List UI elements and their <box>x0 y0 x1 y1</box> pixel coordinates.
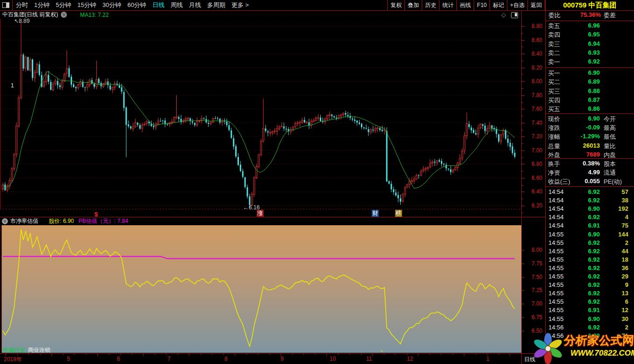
y-axis-label: 8.40 <box>524 50 542 57</box>
divider <box>12 0 13 10</box>
subchart-title: 市净率估值 <box>10 217 38 225</box>
watermark: 分析家公式网 WWW.70822.COM <box>527 330 634 364</box>
top-menu-bar: 分时1分钟5分钟15分钟30分钟60分钟日线周线月线多周期更多 > 复权叠加历史… <box>0 0 545 11</box>
collapse-icon[interactable]: ∨ <box>2 218 8 224</box>
menu-item-60分钟[interactable]: 60分钟 <box>127 1 146 9</box>
sub-y-axis-label: 7.75 <box>524 260 542 267</box>
bid-row: 买二6.89 <box>546 78 634 87</box>
toolbar-button-历史[interactable]: 历史 <box>422 0 439 10</box>
menu-item-日线[interactable]: 日线 <box>152 1 165 9</box>
watermark-url: WWW.70822.COM <box>570 349 634 358</box>
toolbar-button-F10[interactable]: F10 <box>474 0 490 10</box>
subchart-header: ∨ 市净率估值 股价: 6.90 PB估值（元）: 7.84 <box>0 218 521 225</box>
menu-item-月线[interactable]: 月线 <box>189 1 201 9</box>
weibi-value: 75.36% <box>546 11 601 18</box>
y-axis-label: 8.00 <box>524 78 542 85</box>
trade-row: 14:546.90192 <box>546 205 634 214</box>
date-label: 2019年 <box>4 356 22 364</box>
chart-title-row: 中百集团(日线 前复权) ∨ MA13: 7.22 <box>0 11 521 19</box>
weicha-label: 委差 <box>604 11 616 20</box>
industry-key: 所属行业: <box>2 347 26 353</box>
pb-valuation-chart[interactable] <box>2 225 521 353</box>
trade-row: 14:556.9244 <box>546 248 634 256</box>
toolbar-button-复权[interactable]: 复权 <box>387 0 404 10</box>
toolbar-button-叠加[interactable]: 叠加 <box>404 0 422 10</box>
high-price-marker: ↖8.89 <box>14 18 29 24</box>
industry-value: 商业连锁 <box>28 347 50 353</box>
trade-row: 14:556.90144 <box>546 231 634 239</box>
date-label: 5 <box>67 356 70 362</box>
y-axis-label: 6.60 <box>524 175 542 181</box>
date-label: 9 <box>281 356 284 362</box>
y-axis-label: 7.20 <box>524 133 542 140</box>
trade-row: 14:546.9175 <box>546 222 634 230</box>
sub-y-axis-label: 7.00 <box>524 300 542 307</box>
bid-row: 买五6.86 <box>546 105 634 114</box>
info-row: 涨幅-1.29%最低 <box>546 133 634 142</box>
date-label: 11 <box>366 356 372 362</box>
y-axis-label: 6.40 <box>524 188 542 195</box>
menu-item-更多 >[interactable]: 更多 > <box>231 1 249 9</box>
menu-item-30分钟[interactable]: 30分钟 <box>102 1 121 9</box>
stock-header[interactable]: 000759 中百集团 <box>546 0 634 11</box>
marker-badge-涨[interactable]: 涨 <box>257 210 264 217</box>
menu-item-1分钟[interactable]: 1分钟 <box>34 1 50 9</box>
watermark-site-name: 分析家公式网 <box>563 333 634 348</box>
sub-y-axis-label: 7.50 <box>524 274 542 280</box>
date-label: 7 <box>167 356 171 362</box>
axis-border <box>521 10 522 364</box>
y-axis-label: 8.60 <box>524 37 542 43</box>
period-menu: 分时1分钟5分钟15分钟30分钟60分钟日线周线月线多周期更多 > <box>16 1 255 9</box>
toolbar-button-画线[interactable]: 画线 <box>456 0 474 10</box>
ask-row: 卖二6.93 <box>546 49 634 58</box>
toolbar-button-返回[interactable]: 返回 <box>527 0 545 10</box>
y-axis-label: 6.80 <box>524 161 542 167</box>
info-row: 总量26013量比 <box>546 142 634 151</box>
ask-row: 卖五6.96 <box>546 22 634 31</box>
sub-y-axis-label: 7.25 <box>524 287 542 293</box>
menu-item-周线[interactable]: 周线 <box>171 1 183 9</box>
bid-row: 买四6.87 <box>546 96 634 105</box>
toolbar-button-统计[interactable]: 统计 <box>439 0 456 10</box>
weibi-row: 委比 75.36% 委差 <box>546 11 634 21</box>
y-axis-label: 7.80 <box>524 92 542 99</box>
toolbar-buttons: 复权叠加历史统计画线F10标记+自选返回 <box>387 0 545 10</box>
trade-row: 14:556.9213 <box>546 290 634 298</box>
bid-row: 买三6.88 <box>546 87 634 96</box>
candlestick-chart[interactable] <box>0 19 521 209</box>
date-label: 1 <box>486 356 490 362</box>
diamond-icon[interactable]: ◇ <box>501 11 506 18</box>
ask-row: 卖四6.95 <box>546 31 634 40</box>
ask-row: 卖三6.94 <box>546 40 634 49</box>
panel-toggle-icon[interactable] <box>511 12 518 18</box>
trade-row: 14:556.922 <box>546 239 634 248</box>
info-row: 现价6.90今开 <box>546 115 634 124</box>
menu-item-5分钟[interactable]: 5分钟 <box>56 1 71 9</box>
marker-badge-榜[interactable]: 榜 <box>395 210 402 217</box>
info-row: 收益(三)0.055PE(动) <box>546 178 634 186</box>
y-axis-label: 6.20 <box>524 202 542 209</box>
trade-row: 14:546.9238 <box>546 197 634 205</box>
marker-badge-财[interactable]: 财 <box>372 210 379 217</box>
day-marker: 1 <box>11 82 14 89</box>
sub-y-axis-label: 8.00 <box>524 247 542 253</box>
stock-code: 000759 <box>563 1 586 9</box>
y-axis-label: 8.80 <box>524 23 542 29</box>
toolbar-button-标记[interactable]: 标记 <box>490 0 507 10</box>
menu-item-15分钟[interactable]: 15分钟 <box>77 1 96 9</box>
subchart-price-label: 股价: 6.90 <box>49 217 74 225</box>
layout-icon[interactable] <box>2 2 9 8</box>
axis-marker-icon: ^ <box>381 350 383 355</box>
y-axis-label: 7.60 <box>524 106 542 112</box>
toolbar-button-+自选[interactable]: +自选 <box>507 0 527 10</box>
bid-row: 买一6.90 <box>546 69 634 78</box>
ask-row: 卖一6.92 <box>546 58 634 67</box>
menu-item-多周期[interactable]: 多周期 <box>207 1 225 9</box>
trade-row: 14:556.9030 <box>546 315 634 324</box>
date-label: 10 <box>330 356 336 362</box>
trade-row: 14:556.9112 <box>546 307 634 315</box>
chevron-down-icon[interactable]: ∨ <box>61 12 67 18</box>
menu-item-分时[interactable]: 分时 <box>16 1 28 9</box>
trade-row: 14:546.9257 <box>546 188 634 197</box>
info-row: 净资4.99流通 <box>546 169 634 178</box>
